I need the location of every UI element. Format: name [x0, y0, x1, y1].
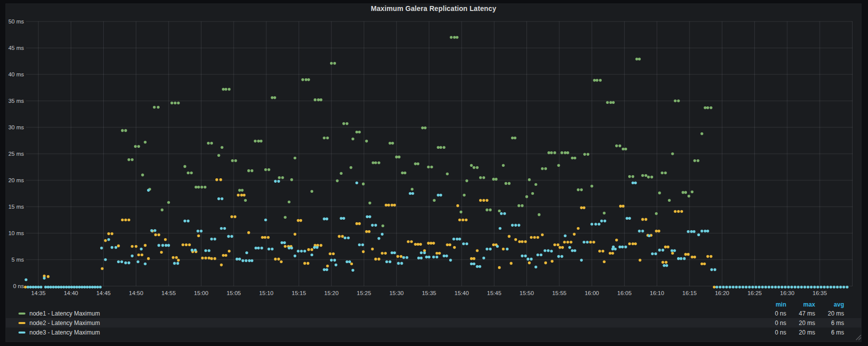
y-axis-tick-label: 40 ms	[8, 71, 24, 77]
series-color-swatch-icon	[18, 332, 25, 334]
y-axis-tick-label: 35 ms	[8, 98, 24, 104]
y-axis-tick-label: 50 ms	[8, 18, 24, 24]
y-axis-tick-label: 5 ms	[11, 257, 24, 263]
x-axis-tick-label: 15:10	[259, 290, 274, 296]
legend-stat-avg: 6 ms	[815, 329, 844, 336]
x-axis-tick-label: 15:00	[194, 290, 208, 296]
axis-labels: 0 ns5 ms10 ms15 ms20 ms25 ms30 ms35 ms40…	[8, 18, 827, 296]
legend-stat-max: 20 ms	[786, 320, 815, 327]
x-axis-tick-label: 15:40	[455, 290, 469, 296]
legend-stat-avg: 20 ms	[815, 310, 844, 317]
x-axis-tick-label: 16:25	[747, 290, 762, 296]
y-axis-tick-label: 30 ms	[8, 124, 24, 130]
x-axis-tick-label: 15:50	[520, 290, 534, 296]
legend-stat-avg: 6 ms	[815, 320, 844, 327]
legend: minmaxavgnode1 - Latency Maximum0 ns47 m…	[5, 300, 862, 337]
series-color-swatch-icon	[18, 313, 25, 315]
grid	[26, 21, 853, 286]
series-1-points	[121, 36, 712, 227]
legend-series-label[interactable]: node3 - Latency Maximum	[29, 329, 100, 336]
panel-title[interactable]: Maximum Galera Replication Latency	[5, 4, 862, 16]
legend-stats-header: minmaxavg	[5, 300, 862, 309]
legend-series-label[interactable]: node1 - Latency Maximum	[29, 310, 100, 317]
x-axis-tick-label: 14:35	[31, 290, 46, 296]
y-axis-tick-label: 0 ns	[13, 283, 24, 289]
x-axis-tick-label: 15:55	[552, 290, 566, 296]
latency-scatter-chart[interactable]: 0 ns5 ms10 ms15 ms20 ms25 ms30 ms35 ms40…	[0, 0, 868, 346]
x-axis-tick-label: 15:20	[324, 290, 339, 296]
y-axis-tick-label: 20 ms	[8, 177, 24, 183]
legend-stat-min: 0 ns	[757, 329, 786, 336]
legend-row-node1[interactable]: node1 - Latency Maximum0 ns47 ms20 ms	[5, 309, 862, 318]
y-axis-tick-label: 10 ms	[8, 230, 24, 236]
y-axis-tick-label: 25 ms	[8, 151, 24, 157]
series-3-points	[24, 180, 848, 288]
x-axis-tick-label: 16:00	[585, 290, 599, 296]
x-axis-tick-label: 16:30	[780, 290, 795, 296]
legend-sort-avg[interactable]: avg	[815, 301, 844, 308]
legend-stat-min: 0 ns	[757, 310, 786, 317]
legend-stat-max: 47 ms	[786, 310, 815, 317]
x-axis-tick-label: 16:10	[650, 290, 664, 296]
series-color-swatch-icon	[18, 322, 25, 324]
x-axis-tick-label: 15:35	[422, 290, 436, 296]
legend-sort-min[interactable]: min	[757, 301, 786, 308]
legend-stat-max: 20 ms	[786, 329, 815, 336]
x-axis-tick-label: 16:20	[715, 290, 729, 296]
x-axis-tick-label: 14:45	[96, 290, 111, 296]
x-axis-tick-label: 14:55	[162, 290, 176, 296]
x-axis-tick-label: 16:35	[813, 290, 827, 296]
x-axis-tick-label: 16:05	[617, 290, 632, 296]
y-axis-tick-label: 15 ms	[8, 204, 24, 210]
x-axis-tick-label: 15:25	[357, 290, 371, 296]
x-axis-tick-label: 15:30	[389, 290, 404, 296]
legend-series-label[interactable]: node2 - Latency Maximum	[29, 320, 100, 327]
x-axis-tick-label: 16:15	[683, 290, 697, 296]
x-axis-tick-label: 14:50	[129, 290, 144, 296]
legend-stat-min: 0 ns	[757, 320, 786, 327]
x-axis-tick-label: 15:15	[292, 290, 306, 296]
x-axis-tick-label: 15:45	[487, 290, 502, 296]
legend-sort-max[interactable]: max	[786, 301, 815, 308]
x-axis-tick-label: 14:40	[64, 290, 78, 296]
legend-row-node3[interactable]: node3 - Latency Maximum0 ns20 ms6 ms	[5, 328, 862, 337]
legend-row-node2[interactable]: node2 - Latency Maximum0 ns20 ms6 ms	[5, 318, 862, 328]
y-axis-tick-label: 45 ms	[8, 45, 24, 51]
x-axis-tick-label: 15:05	[226, 290, 241, 296]
